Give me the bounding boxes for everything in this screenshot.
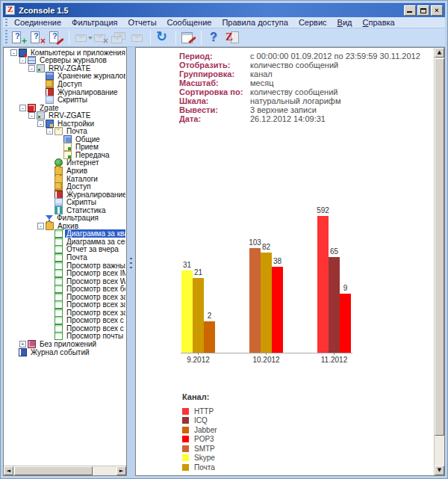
tree-item[interactable]: -Почта: [4, 127, 125, 135]
tree-item[interactable]: Просмотр всех с атрибут: [4, 317, 125, 325]
menu-item[interactable]: Сервис: [293, 18, 332, 27]
tree-item[interactable]: Просмотр всех с вложен: [4, 324, 125, 333]
folder-icon: [55, 175, 63, 183]
tree-item[interactable]: Просмотр важных за сег: [4, 262, 125, 270]
menu-item[interactable]: Сообщение: [162, 18, 217, 27]
menu-item[interactable]: Отчеты: [123, 18, 162, 27]
maximize-button[interactable]: [417, 5, 429, 16]
tree-item[interactable]: Доступ: [4, 80, 125, 88]
tree-item[interactable]: -RRV-ZGATE: [4, 111, 125, 120]
scroll-up-button[interactable]: ▲: [435, 48, 444, 58]
scroll-left-button[interactable]: ◄: [4, 466, 13, 475]
bar: [317, 216, 329, 353]
tree-item[interactable]: +Без приложений: [4, 340, 125, 348]
tree-item[interactable]: -Серверы журналов: [4, 57, 125, 65]
close-button[interactable]: ×: [431, 5, 443, 16]
report-icon: [55, 229, 63, 238]
tree-item[interactable]: Диаграмма за сегодня: [4, 238, 125, 246]
servers-icon: [28, 56, 36, 64]
filter-icon: [46, 215, 53, 220]
tree-item[interactable]: Просмотр всех за вчера: [4, 293, 125, 301]
tree-item[interactable]: Журналирование: [4, 191, 125, 199]
legend-swatch: [182, 445, 189, 452]
tree-item[interactable]: Журналирование: [4, 88, 125, 96]
menu-item[interactable]: Соединение: [9, 18, 66, 27]
tree-item[interactable]: -Настройки: [4, 120, 125, 128]
tree-item[interactable]: Хранение журналов: [4, 72, 125, 81]
tree-item-label: RRV-ZGATE: [47, 111, 92, 120]
expander-icon[interactable]: -: [37, 120, 44, 127]
mail-forward-button: [72, 29, 90, 46]
bar: [272, 267, 283, 353]
tree-item[interactable]: Архив: [4, 167, 125, 175]
expander-icon[interactable]: -: [46, 128, 53, 135]
expander-icon[interactable]: -: [19, 105, 26, 111]
scroll-thumb[interactable]: [435, 58, 444, 436]
refresh-button[interactable]: ↻: [154, 29, 172, 46]
tree-item[interactable]: Статистика: [4, 206, 125, 214]
tree-item-label: Каталоги: [65, 175, 99, 183]
tree-item[interactable]: Скрипты: [4, 96, 125, 104]
tree-item[interactable]: Журнал событий: [4, 348, 125, 356]
general-icon: [63, 135, 72, 143]
tree-item[interactable]: Отчет за вчера: [4, 246, 125, 254]
tree-item[interactable]: -Архив: [4, 222, 125, 230]
tree-item[interactable]: Общие: [4, 135, 125, 143]
tree-item-label: Просмотр всех IM за нед: [65, 269, 125, 277]
mail-delete-icon: ×: [92, 30, 108, 46]
tree-item[interactable]: Прием: [4, 143, 125, 152]
expander-icon[interactable]: -: [28, 65, 35, 72]
splitter[interactable]: [127, 47, 135, 476]
logbook-icon: [46, 88, 54, 96]
tree-item[interactable]: Почта: [4, 253, 125, 262]
scroll-right-button[interactable]: ►: [116, 466, 126, 475]
menu-item[interactable]: Справка: [358, 18, 400, 27]
edit-report-button[interactable]: ?: [47, 29, 65, 46]
sidebar-panel: -Компьютеры и приложения-Серверы журнало…: [3, 47, 127, 476]
expander-icon[interactable]: -: [28, 112, 35, 119]
tree-item-label: Журналирование: [56, 88, 119, 96]
report-icon: [55, 316, 63, 324]
tree-item[interactable]: Фильтрация: [4, 214, 125, 222]
expander-icon[interactable]: -: [37, 223, 44, 229]
bar-value-label: 21: [187, 268, 210, 276]
tree-item[interactable]: Диаграмма за квартал: [4, 230, 125, 238]
tree-item-label: Архив: [56, 222, 80, 230]
tree-item[interactable]: Просмотр почты за неде.: [4, 333, 125, 341]
legend-label: SMTP: [194, 445, 215, 453]
help-button[interactable]: ?: [205, 29, 223, 46]
vertical-scrollbar[interactable]: ▲ ▼: [434, 48, 444, 475]
expander-icon[interactable]: -: [10, 49, 17, 56]
minimize-button[interactable]: [404, 5, 416, 16]
expander-icon[interactable]: -: [19, 57, 26, 64]
menu-item[interactable]: Фильтрация: [66, 18, 122, 27]
bar-value-label: 2: [198, 312, 221, 320]
tree-item[interactable]: Передача: [4, 151, 125, 159]
tree-item-label: Доступ: [56, 80, 84, 88]
tree-item[interactable]: -Zgate: [4, 104, 125, 112]
tree-item[interactable]: Доступ: [4, 182, 125, 191]
delete-report-button[interactable]: ?×: [28, 29, 46, 46]
edit-note-button[interactable]: [179, 29, 197, 46]
tree-item[interactable]: Интернет: [4, 159, 125, 167]
tree-item[interactable]: -Компьютеры и приложения: [4, 49, 125, 57]
toolbar-separator: [201, 31, 202, 45]
expander-icon[interactable]: +: [19, 341, 26, 347]
tree-item[interactable]: Просмотр всех больше 1: [4, 285, 125, 293]
menu-item[interactable]: Вид: [332, 18, 358, 27]
add-report-button[interactable]: ?+: [10, 29, 28, 46]
scroll-down-button[interactable]: ▼: [435, 466, 444, 475]
legend-swatch: [182, 454, 189, 461]
tree-item[interactable]: Просмотр всех Web за н: [4, 277, 125, 285]
horizontal-scrollbar[interactable]: ◄ ►: [4, 466, 126, 475]
tree-item[interactable]: Скрипты: [4, 198, 125, 206]
tree-item[interactable]: Просмотр всех IM за нед: [4, 269, 125, 277]
zconsole-button[interactable]: Z: [223, 29, 241, 46]
tree-item[interactable]: Каталоги: [4, 175, 125, 183]
tree-item-label: Журналирование: [65, 191, 125, 199]
scroll-thumb[interactable]: [14, 466, 93, 475]
tree-item[interactable]: -RRV-ZGATE: [4, 64, 125, 72]
tree-item[interactable]: Просмотр всех за месяц: [4, 301, 125, 309]
menu-item[interactable]: Правила доступа: [217, 18, 293, 27]
tree-item[interactable]: Просмотр всех за сегодн: [4, 309, 125, 317]
